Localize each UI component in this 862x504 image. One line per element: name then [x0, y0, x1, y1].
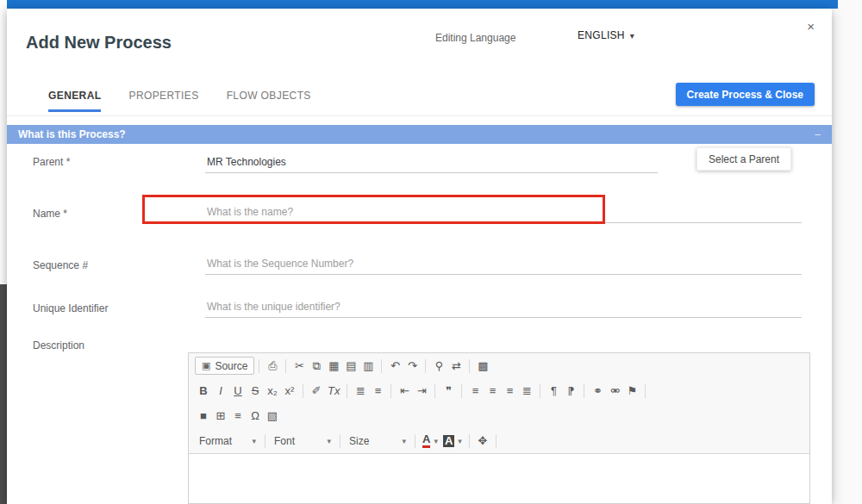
strike-icon[interactable]: S	[247, 382, 264, 400]
sequence-label: Sequence #	[33, 259, 88, 271]
special-character-icon[interactable]: Ω	[247, 407, 264, 425]
select-parent-button[interactable]: Select a Parent	[696, 147, 791, 171]
add-new-process-modal: Add New Process Editing Language ENGLISH…	[7, 9, 832, 504]
chevron-down-icon: ▾	[630, 31, 634, 40]
text-direction-rtl-icon[interactable]: ⁋	[562, 382, 579, 400]
chevron-down-icon: ▾	[402, 437, 406, 445]
toolbar-separator	[415, 434, 415, 448]
editor-toolbar-row-4: Format▾Font▾Size▾A▾A▾✥	[189, 428, 809, 453]
toolbar-separator	[425, 359, 426, 373]
background-color-button[interactable]: A▾	[440, 432, 465, 450]
format-select[interactable]: Format▾	[195, 432, 260, 450]
parent-label: Parent *	[33, 156, 70, 168]
tab-properties[interactable]: PROPERTIES	[128, 90, 198, 112]
language-value: ENGLISH	[578, 29, 625, 41]
italic-icon[interactable]: I	[212, 382, 229, 400]
paste-icon[interactable]: ▦	[325, 357, 342, 375]
select-all-icon[interactable]: ▩	[474, 357, 491, 375]
toolbar-separator	[285, 359, 286, 373]
background-app-bar	[7, 0, 838, 9]
anchor-icon[interactable]: ⚑	[623, 382, 640, 400]
find-icon[interactable]: ⚲	[430, 357, 447, 375]
chevron-down-icon: ▾	[458, 437, 462, 445]
align-left-icon[interactable]: ≡	[466, 382, 484, 400]
language-dropdown[interactable]: ENGLISH ▾	[578, 29, 634, 41]
background-left-panel	[0, 284, 7, 504]
create-process-button[interactable]: Create Process & Close	[676, 83, 815, 106]
section-title: What is this Process?	[18, 125, 126, 144]
paste-text-icon[interactable]: ▤	[342, 357, 359, 375]
align-center-icon[interactable]: ≡	[484, 382, 501, 400]
undo-icon[interactable]: ↶	[386, 357, 403, 375]
remove-format-icon[interactable]: Tx	[325, 382, 342, 400]
tab-general[interactable]: GENERAL	[48, 90, 101, 112]
text-direction-ltr-icon[interactable]: ¶	[545, 382, 562, 400]
maximize-icon[interactable]: ✥	[474, 432, 491, 450]
image-icon[interactable]: ▧	[264, 407, 281, 425]
outdent-icon[interactable]: ⇤	[396, 382, 413, 400]
text-color-button[interactable]: A▾	[420, 432, 440, 450]
underline-icon[interactable]: U	[229, 382, 247, 400]
format-select-label: Format	[199, 435, 232, 447]
description-richtext-editor: ▣Source⎙✂⧉▦▤▥↶↷⚲⇄▩ BIUSx₂x²✐Tx≣≡⇤⇥❞≡≡≡≣¶…	[188, 352, 810, 504]
screen: Add New Process Editing Language ENGLISH…	[0, 0, 862, 504]
size-select[interactable]: Size▾	[345, 432, 410, 450]
parent-input[interactable]	[205, 152, 658, 173]
bold-icon[interactable]: B	[195, 382, 212, 400]
editor-toolbar-row-3: ■⊞≡Ω▧	[189, 403, 809, 428]
page-title: Add New Process	[26, 33, 172, 53]
copy-formatting-icon[interactable]: ✐	[308, 382, 325, 400]
editor-content-area[interactable]	[189, 453, 809, 503]
toolbar-separator	[303, 384, 303, 398]
paste-word-icon[interactable]: ▥	[359, 357, 377, 375]
tab-bar: GENERAL PROPERTIES FLOW OBJECTS	[48, 90, 311, 112]
horizontal-rule-icon[interactable]: ≡	[229, 407, 247, 425]
unique-identifier-label: Unique Identifier	[33, 302, 108, 314]
toolbar-separator	[645, 384, 646, 398]
embed-icon[interactable]: ■	[195, 407, 212, 425]
subscript-icon[interactable]: x₂	[264, 382, 281, 400]
align-justify-icon[interactable]: ≣	[518, 382, 535, 400]
toolbar-separator	[347, 384, 347, 398]
blockquote-icon[interactable]: ❞	[440, 382, 457, 400]
bulleted-list-icon[interactable]: ≡	[369, 382, 386, 400]
unique-identifier-input[interactable]	[205, 296, 802, 318]
background-color-button-glyph: A	[443, 435, 454, 447]
source-button[interactable]: ▣Source	[195, 357, 254, 375]
background-right-strip	[838, 0, 862, 504]
print-icon[interactable]: ⎙	[264, 357, 281, 375]
font-select[interactable]: Font▾	[270, 432, 335, 450]
header-divider	[7, 115, 832, 116]
close-icon[interactable]: ×	[807, 19, 815, 34]
toolbar-separator	[540, 384, 540, 398]
redo-icon[interactable]: ↷	[403, 357, 421, 375]
collapse-icon[interactable]: –	[815, 125, 821, 144]
chevron-down-icon: ▾	[434, 437, 438, 445]
source-label: Source	[215, 360, 247, 372]
toolbar-separator	[469, 359, 470, 373]
chevron-down-icon: ▾	[252, 437, 256, 445]
toolbar-separator	[381, 359, 382, 373]
align-right-icon[interactable]: ≡	[501, 382, 518, 400]
numbered-list-icon[interactable]: ≣	[352, 382, 369, 400]
text-color-button-glyph: A	[422, 433, 430, 448]
size-select-label: Size	[349, 435, 369, 447]
replace-icon[interactable]: ⇄	[447, 357, 465, 375]
indent-icon[interactable]: ⇥	[413, 382, 430, 400]
unlink-icon[interactable]: ⚮	[606, 382, 623, 400]
toolbar-separator	[434, 384, 435, 398]
superscript-icon[interactable]: x²	[281, 382, 298, 400]
toolbar-separator	[461, 384, 462, 398]
sequence-input[interactable]	[205, 253, 802, 275]
copy-icon[interactable]: ⧉	[308, 357, 325, 375]
section-header[interactable]: What is this Process? –	[7, 125, 832, 144]
tab-flow-objects[interactable]: FLOW OBJECTS	[227, 90, 311, 112]
editor-toolbar-row-2: BIUSx₂x²✐Tx≣≡⇤⇥❞≡≡≡≣¶⁋⚭⚮⚑	[189, 378, 809, 403]
link-icon[interactable]: ⚭	[589, 382, 606, 400]
editor-toolbar-row-1: ▣Source⎙✂⧉▦▤▥↶↷⚲⇄▩	[189, 353, 809, 378]
cut-icon[interactable]: ✂	[290, 357, 308, 375]
name-input[interactable]	[205, 202, 802, 223]
table-icon[interactable]: ⊞	[212, 407, 229, 425]
toolbar-separator	[496, 434, 497, 448]
description-label: Description	[33, 339, 84, 352]
